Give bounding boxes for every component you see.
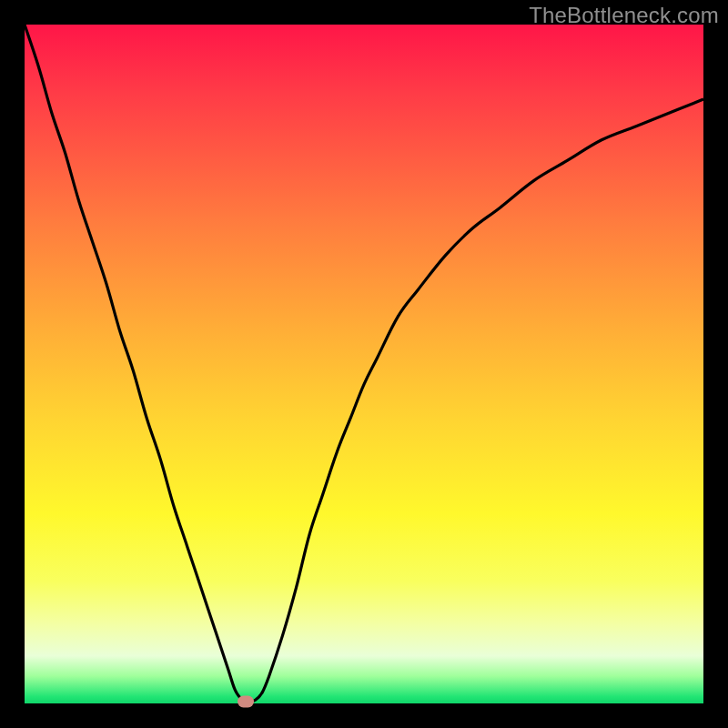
optimal-point-marker: [238, 695, 254, 707]
bottleneck-curve: [25, 25, 703, 703]
watermark-text: TheBottleneck.com: [529, 3, 719, 28]
plot-area: [25, 25, 703, 703]
chart-frame: TheBottleneck.com: [0, 0, 728, 728]
